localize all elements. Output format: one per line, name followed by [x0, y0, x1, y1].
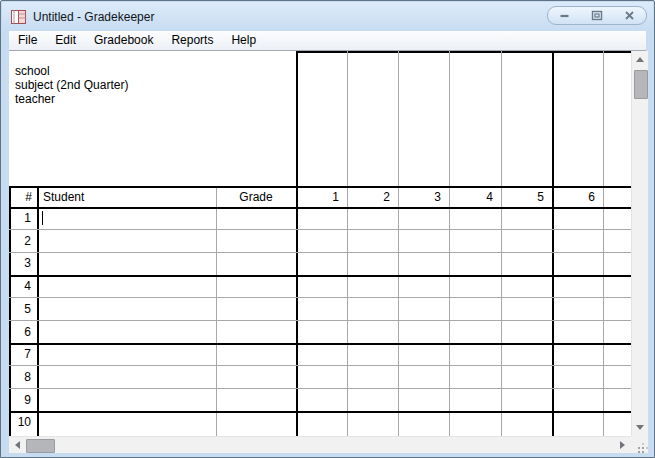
horizontal-scrollbar[interactable] [9, 436, 631, 453]
row-number[interactable]: 10 [9, 411, 31, 434]
scroll-left-button[interactable] [9, 437, 26, 453]
row-number[interactable]: 8 [9, 366, 31, 389]
scroll-down-button[interactable] [632, 419, 648, 436]
close-button[interactable] [613, 7, 646, 24]
grid-lines [9, 51, 631, 436]
menu-help[interactable]: Help [222, 31, 265, 50]
menu-file[interactable]: File [9, 31, 46, 50]
size-grip-icon[interactable] [631, 436, 648, 453]
close-icon [624, 10, 635, 21]
menu-gradebook[interactable]: Gradebook [85, 31, 162, 50]
arrow-up-icon [636, 57, 644, 62]
minimize-icon [559, 10, 570, 21]
assignment-header-3[interactable]: 3 [398, 186, 441, 207]
gradebook-icon [11, 10, 26, 24]
menubar: File Edit Gradebook Reports Help [9, 31, 646, 51]
horizontal-scroll-thumb[interactable] [26, 439, 55, 453]
scroll-up-button[interactable] [632, 51, 648, 68]
student-column-header: Student [43, 186, 173, 207]
maximize-button[interactable] [581, 7, 614, 24]
row-number[interactable]: 1 [9, 207, 31, 230]
titlebar[interactable]: Untitled - Gradekeeper [2, 2, 653, 31]
maximize-icon [591, 10, 603, 21]
menu-reports[interactable]: Reports [162, 31, 222, 50]
minimize-button[interactable] [548, 7, 581, 24]
assignment-header-1[interactable]: 1 [296, 186, 339, 207]
vertical-scroll-thumb[interactable] [634, 70, 648, 99]
assignment-header-5[interactable]: 5 [501, 186, 544, 207]
row-number[interactable]: 5 [9, 298, 31, 321]
gradebook-grid[interactable]: school subject (2nd Quarter) teacher [9, 51, 631, 437]
vertical-scrollbar[interactable] [631, 51, 648, 436]
grade-column-header: Grade [216, 186, 296, 207]
row-number-header: # [9, 186, 32, 207]
window-controls [547, 6, 647, 25]
text-caret [42, 211, 43, 225]
assignment-header-4[interactable]: 4 [449, 186, 493, 207]
row-number[interactable]: 6 [9, 321, 31, 344]
menu-edit[interactable]: Edit [46, 31, 85, 50]
content-area: school subject (2nd Quarter) teacher [9, 51, 648, 453]
arrow-right-icon [620, 441, 625, 449]
assignment-header-2[interactable]: 2 [347, 186, 390, 207]
scroll-right-button[interactable] [614, 437, 631, 453]
row-number[interactable]: 3 [9, 252, 31, 275]
arrow-down-icon [636, 425, 644, 430]
row-number[interactable]: 2 [9, 230, 31, 253]
row-number[interactable]: 7 [9, 343, 31, 366]
arrow-left-icon [15, 441, 20, 449]
assignment-header-6[interactable]: 6 [552, 186, 595, 207]
row-number[interactable]: 9 [9, 389, 31, 412]
row-number[interactable]: 4 [9, 275, 31, 298]
window-title: Untitled - Gradekeeper [33, 10, 154, 24]
app-window: Untitled - Gradekeeper Fi [0, 0, 655, 458]
